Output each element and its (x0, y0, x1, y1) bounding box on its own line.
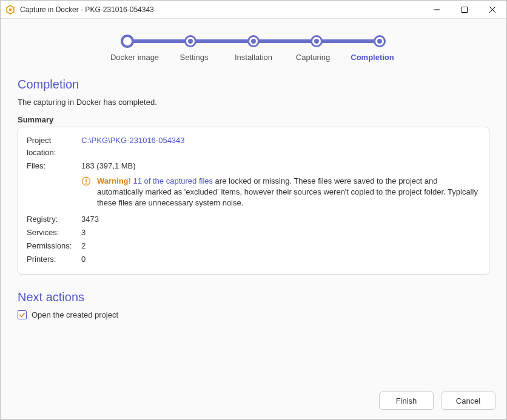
window-title: Capture in Docker - PKG-231016-054343 (20, 5, 423, 14)
summary-box: Project location: C:\PKG\PKG-231016-0543… (18, 127, 489, 275)
cancel-button[interactable]: Cancel (441, 392, 495, 410)
registry-row: Registry: 3473 (27, 213, 480, 225)
files-value: 183 (397,1 MB) (81, 160, 480, 172)
step-dot-capturing (312, 37, 321, 45)
content: Completion The capturing in Docker has c… (1, 65, 506, 392)
window: Capture in Docker - PKG-231016-054343 (0, 0, 507, 420)
step-dot-settings (186, 37, 195, 45)
svg-point-7 (86, 182, 87, 184)
page-subtext: The capturing in Docker has completed. (18, 98, 489, 107)
summary-label: Summary (18, 115, 489, 124)
printers-row: Printers: 0 (27, 253, 480, 265)
project-location-label: Project location: (27, 135, 81, 159)
printers-value: 0 (81, 253, 480, 265)
warning-row: Warning! 11 of the captured files are lo… (81, 176, 480, 208)
step-dot-completion (375, 37, 384, 45)
registry-label: Registry: (27, 213, 81, 225)
minimize-button[interactable] (423, 1, 451, 18)
step-label-completion: Completion (343, 53, 402, 62)
warning-text: Warning! 11 of the captured files are lo… (97, 176, 480, 208)
next-actions-heading: Next actions (18, 290, 489, 304)
warning-files-link[interactable]: 11 of the captured files (133, 176, 213, 185)
warning-icon (81, 176, 91, 188)
close-button[interactable] (478, 1, 506, 18)
finish-button[interactable]: Finish (379, 392, 434, 410)
printers-label: Printers: (27, 253, 81, 265)
step-label-docker-image: Docker image (105, 53, 164, 62)
files-row: Files: 183 (397,1 MB) (27, 160, 480, 172)
permissions-row: Permissions: 2 (27, 240, 480, 252)
services-value: 3 (81, 227, 480, 239)
open-project-checkbox[interactable] (18, 310, 27, 319)
permissions-label: Permissions: (27, 240, 81, 252)
open-project-checkbox-row: Open the created project (18, 310, 489, 319)
step-dot-installation (249, 37, 258, 45)
project-location-row: Project location: C:\PKG\PKG-231016-0543… (27, 135, 480, 159)
services-row: Services: 3 (27, 227, 480, 239)
warning-word: Warning! (97, 176, 131, 185)
files-label: Files: (27, 160, 81, 172)
project-location-link[interactable]: C:\PKG\PKG-231016-054343 (81, 136, 185, 145)
svg-point-0 (9, 8, 12, 10)
step-label-settings: Settings (164, 53, 224, 62)
page-heading: Completion (18, 78, 489, 92)
registry-value: 3473 (81, 213, 480, 225)
open-project-label: Open the created project (32, 310, 118, 319)
services-label: Services: (27, 227, 81, 239)
permissions-value: 2 (81, 240, 480, 252)
step-dot-docker-image (123, 37, 132, 45)
maximize-button[interactable] (451, 1, 478, 18)
titlebar: Capture in Docker - PKG-231016-054343 (1, 1, 506, 19)
step-label-capturing: Capturing (283, 53, 343, 62)
footer: Finish Cancel (1, 392, 506, 410)
next-actions-section: Next actions Open the created project (18, 290, 489, 319)
window-controls (423, 1, 506, 18)
stepper: Docker image Settings Installation Captu… (1, 19, 506, 65)
app-icon (5, 5, 15, 15)
client-area: Docker image Settings Installation Captu… (1, 19, 506, 419)
step-label-installation: Installation (224, 53, 283, 62)
svg-rect-2 (462, 7, 468, 12)
